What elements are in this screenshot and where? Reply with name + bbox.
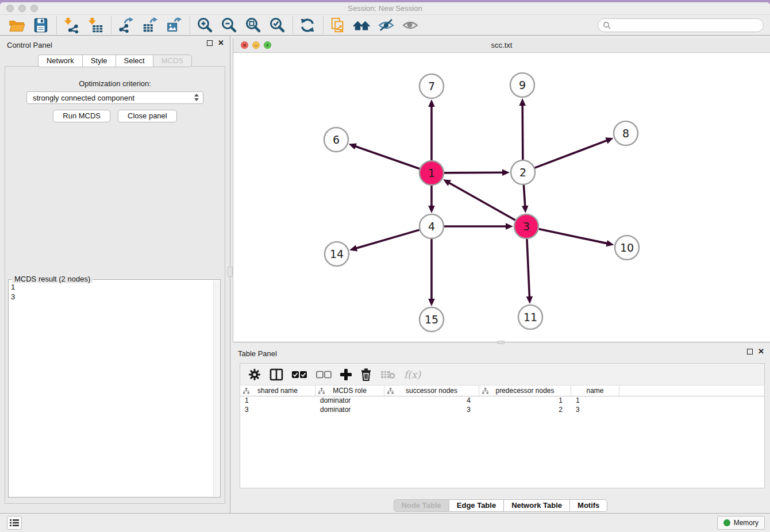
graph-node-6[interactable]: 6 [324,128,348,152]
graph-node-4[interactable]: 4 [419,214,444,238]
column-header-name[interactable]: name [571,385,619,396]
svg-text:11: 11 [523,311,537,323]
result-scrollbar[interactable] [213,280,220,496]
float-panel-icon[interactable] [207,40,213,46]
panel-splitter-grip[interactable] [228,267,233,277]
tab-network[interactable]: Network [38,55,83,67]
delete-table-icon[interactable] [380,367,395,382]
network-window-title: scc.txt [233,41,770,49]
zoom-selected-icon[interactable] [267,17,287,34]
criterion-dropdown-value: strongly connected component [33,94,134,102]
memory-button[interactable]: Memory [717,516,765,530]
first-neighbors-icon[interactable] [352,17,372,34]
table-panel-title: Table Panel [238,349,277,358]
hide-selected-icon[interactable] [376,17,396,34]
mcds-result-values: 1 3 [11,282,212,302]
table-row[interactable]: 3 dominator 3 2 3 [240,406,764,415]
tab-style[interactable]: Style [83,55,116,67]
table-tabs: Node Table Edge Table Network Table Moti… [231,499,770,512]
node-table-block: f(x) shared name MCDS role successor nod… [240,363,765,488]
zoom-out-icon[interactable] [219,17,238,34]
export-image-icon[interactable] [164,17,184,34]
zoom-fit-icon[interactable] [243,17,263,34]
new-network-from-selection-icon[interactable] [328,17,348,34]
graph-node-7[interactable]: 7 [419,74,444,98]
graph-node-9[interactable]: 9 [510,73,534,97]
graph-edge-3-11[interactable] [527,239,530,299]
graph-arrowhead [522,206,529,213]
graph-arrowhead [349,245,357,251]
toolbar-separator [56,17,57,34]
task-history-button[interactable] [7,516,22,530]
criterion-dropdown[interactable]: strongly connected component [26,91,203,104]
graph-node-11[interactable]: 11 [518,305,542,329]
svg-text:1: 1 [428,167,435,179]
select-all-columns-icon[interactable] [292,367,307,382]
save-session-icon[interactable] [31,17,51,34]
network-graph: 1234678910111415 [233,53,769,342]
graph-arrowhead [428,206,435,213]
show-all-icon[interactable] [401,17,420,34]
float-table-panel-icon[interactable] [747,349,753,354]
column-header-successor-nodes[interactable]: successor nodes [384,385,479,396]
import-table-icon[interactable] [86,17,105,34]
graph-edge-3-10[interactable] [539,229,609,244]
graph-edge-1-2[interactable] [444,172,505,173]
unselect-all-columns-icon[interactable] [316,367,332,382]
svg-text:14: 14 [330,248,344,260]
close-table-panel-icon[interactable]: ✕ [758,349,764,354]
tab-mcds[interactable]: MCDS [153,55,192,67]
graph-edge-2-9[interactable] [522,103,523,160]
table-header: shared name MCDS role successor nodes pr… [240,385,764,396]
open-file-icon[interactable] [7,17,26,34]
graph-arrowhead [526,296,533,304]
table-panel: Table Panel ✕ [231,344,770,515]
table-toolbar: f(x) [240,364,764,385]
table-settings-icon[interactable] [248,367,261,382]
graph-node-2[interactable]: 2 [511,160,535,184]
graph-node-3[interactable]: 3 [514,214,538,238]
import-network-icon[interactable] [61,17,81,34]
run-mcds-button[interactable]: Run MCDS [53,110,110,122]
graph-arrowhead [349,143,357,149]
close-panel-button[interactable]: Close panel [118,110,177,122]
network-canvas[interactable]: 1234678910111415 [233,53,769,342]
tab-motifs[interactable]: Motifs [570,499,607,512]
graph-edge-1-6[interactable] [353,146,419,169]
show-columns-icon[interactable] [270,367,283,382]
apply-layout-icon[interactable] [298,17,317,34]
column-header-mcds-role[interactable]: MCDS role [315,385,384,396]
export-network-icon[interactable] [116,17,136,34]
memory-label: Memory [734,519,759,527]
main-toolbar [0,15,770,36]
graph-arrowhead [606,240,614,246]
network-window-titlebar: ✕ − + scc.txt [233,38,770,53]
graph-node-14[interactable]: 14 [325,242,349,266]
graph-node-10[interactable]: 10 [615,236,639,260]
add-column-icon[interactable] [340,367,352,382]
tab-edge-table[interactable]: Edge Table [449,499,504,512]
graph-node-15[interactable]: 15 [419,307,444,331]
graph-node-1[interactable]: 1 [419,161,444,185]
column-header-predecessor-nodes[interactable]: predecessor nodes [479,385,571,396]
svg-text:4: 4 [428,220,435,233]
function-builder-icon[interactable]: f(x) [404,367,421,382]
graph-edge-2-3[interactable] [523,185,525,208]
close-panel-icon[interactable]: ✕ [218,40,224,46]
tab-node-table[interactable]: Node Table [394,499,449,512]
search-input[interactable] [613,21,757,30]
zoom-in-icon[interactable] [195,17,214,34]
toolbar-separator [323,17,324,34]
search-field[interactable] [598,18,764,32]
graph-edge-4-14[interactable] [355,230,419,249]
export-table-icon[interactable] [140,17,160,34]
graph-node-8[interactable]: 8 [614,121,638,145]
graph-edge-2-8[interactable] [535,140,609,168]
optimization-criterion-label: Optimization criterion: [5,79,225,88]
delete-column-icon[interactable] [360,367,372,382]
tab-select[interactable]: Select [116,55,153,67]
column-header-shared-name[interactable]: shared name [240,385,315,396]
tab-network-table[interactable]: Network Table [504,499,570,512]
graph-edge-3-1[interactable] [448,182,515,220]
table-row[interactable]: 1 dominator 4 1 1 [240,396,764,406]
